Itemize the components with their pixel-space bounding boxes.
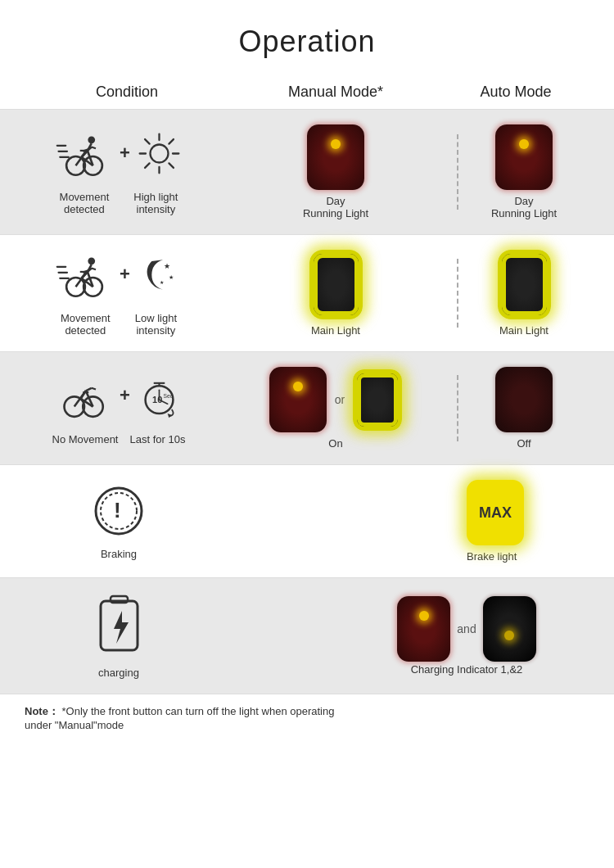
manual-label-1: DayRunning Light xyxy=(303,195,368,219)
moon-icon: ★ ★ ★ xyxy=(137,252,182,297)
auto-col-2: Main Light xyxy=(458,250,589,337)
svg-text:!: ! xyxy=(114,498,121,522)
auto-label-3: Off xyxy=(517,437,530,450)
svg-line-53 xyxy=(92,388,96,390)
plus-2: + xyxy=(120,264,130,285)
charging-icon xyxy=(93,593,146,658)
svg-line-25 xyxy=(145,163,150,168)
condition-col-brake: ! Braking xyxy=(25,482,213,560)
divider-3 xyxy=(457,375,458,441)
row-day-running: + Movementdetected High lightintensity xyxy=(0,109,614,234)
light-charging-1 xyxy=(397,596,450,662)
row-braking: ! Braking MAX Brake light xyxy=(0,464,614,577)
manual-col-3: or On xyxy=(213,367,458,450)
condition-icons-2: + ★ ★ ★ xyxy=(56,250,182,299)
svg-rect-67 xyxy=(111,596,128,603)
row-no-movement: + 10 Sec No Movement Last for 10s xyxy=(0,351,614,464)
auto-col-1: DayRunning Light xyxy=(458,124,589,219)
condition-col-1: + Movementdetected High lightintensity xyxy=(25,129,213,215)
light-day-running-auto xyxy=(495,124,553,190)
manual-label-3: On xyxy=(328,437,342,450)
or-text: or xyxy=(335,393,345,406)
light-day-running-manual xyxy=(307,124,364,190)
condition-col-charging: charging xyxy=(25,593,213,679)
header-manual: Manual Mode* xyxy=(221,84,450,101)
auto-label-2: Main Light xyxy=(499,324,549,337)
divider-2 xyxy=(457,259,458,328)
auto-label-brake: Brake light xyxy=(467,550,517,563)
plus-1: + xyxy=(120,142,130,164)
auto-col-brake: MAX Brake light xyxy=(458,480,589,563)
svg-text:★: ★ xyxy=(164,262,170,270)
light-brake: MAX xyxy=(467,480,524,545)
condition-icons-3: + 10 Sec xyxy=(56,371,182,420)
condition-label-high-light: High lightintensity xyxy=(133,191,178,215)
light-dot-charging-1 xyxy=(419,611,429,621)
svg-line-24 xyxy=(169,139,174,144)
condition-col-3: + 10 Sec No Movement Last for 10s xyxy=(25,371,213,445)
light-dot-on-1 xyxy=(293,382,303,391)
light-main-manual xyxy=(309,250,363,319)
manual-col-2: Main Light xyxy=(213,250,458,337)
cyclist-icon-2 xyxy=(56,250,113,299)
note-text: *Only the front button can turn off the … xyxy=(25,705,334,731)
header-row: Condition Manual Mode* Auto Mode xyxy=(0,75,614,109)
header-condition: Condition xyxy=(33,84,221,101)
light-dot-auto-1 xyxy=(519,139,529,149)
light-charging-2 xyxy=(483,596,536,662)
condition-label-low-light: Low lightintensity xyxy=(135,312,177,337)
light-on-manual-2 xyxy=(353,369,402,431)
svg-point-13 xyxy=(88,136,95,143)
timer-icon: 10 Sec xyxy=(137,373,182,418)
light-main-auto xyxy=(498,250,551,319)
divider-1 xyxy=(457,134,458,210)
svg-text:★: ★ xyxy=(159,278,163,284)
condition-icons-1: + xyxy=(56,129,182,178)
svg-point-17 xyxy=(150,144,168,162)
condition-label-no-movement: No Movement xyxy=(52,433,119,445)
charging-result: and Charging Indicator 1,&2 xyxy=(344,596,589,676)
svg-text:10: 10 xyxy=(152,394,162,404)
auto-col-3: Off xyxy=(458,367,589,450)
brake-icon: ! xyxy=(90,482,147,540)
note-label: Note： xyxy=(25,705,59,717)
plus-3: + xyxy=(120,385,130,406)
light-dot-charging-2 xyxy=(504,631,514,640)
manual-col-1: DayRunning Light xyxy=(213,124,458,219)
condition-label-10s: Last for 10s xyxy=(129,433,185,445)
light-on-manual-1 xyxy=(269,367,327,432)
and-text: and xyxy=(457,622,476,635)
condition-label-movement-2: Movementdetected xyxy=(61,312,111,337)
light-dot-1 xyxy=(331,139,341,149)
svg-line-52 xyxy=(86,388,92,391)
manual-label-2: Main Light xyxy=(311,324,360,337)
header-auto: Auto Mode xyxy=(450,84,581,101)
svg-line-10 xyxy=(92,147,96,149)
charging-pair: and xyxy=(397,596,535,662)
svg-marker-68 xyxy=(114,611,129,644)
light-off-auto xyxy=(495,367,553,432)
charging-result-label: Charging Indicator 1,&2 xyxy=(411,663,523,676)
cyclist-icon xyxy=(56,129,113,178)
svg-text:★: ★ xyxy=(168,274,173,281)
manual-pair-3: or xyxy=(269,367,402,432)
svg-line-23 xyxy=(169,163,174,168)
condition-label-charging: charging xyxy=(98,667,139,679)
row-charging: charging and Charging Indicator 1,&2 xyxy=(0,577,614,694)
condition-label-movement-1: Movementdetected xyxy=(60,191,110,215)
sun-icon xyxy=(137,131,182,176)
svg-line-22 xyxy=(145,139,150,144)
note-row: Note： *Only the front button can turn of… xyxy=(0,694,614,741)
bike-icon xyxy=(56,371,113,420)
row-main-light: + ★ ★ ★ Movementdetected Low lightintens… xyxy=(0,234,614,351)
svg-text:Sec: Sec xyxy=(163,393,173,399)
svg-line-36 xyxy=(92,269,96,270)
max-label: MAX xyxy=(479,504,512,522)
condition-col-2: + ★ ★ ★ Movementdetected Low lightintens… xyxy=(25,250,213,337)
svg-point-39 xyxy=(88,257,95,264)
page-title: Operation xyxy=(0,0,614,75)
condition-label-braking: Braking xyxy=(101,548,137,560)
auto-label-1: DayRunning Light xyxy=(491,195,557,219)
